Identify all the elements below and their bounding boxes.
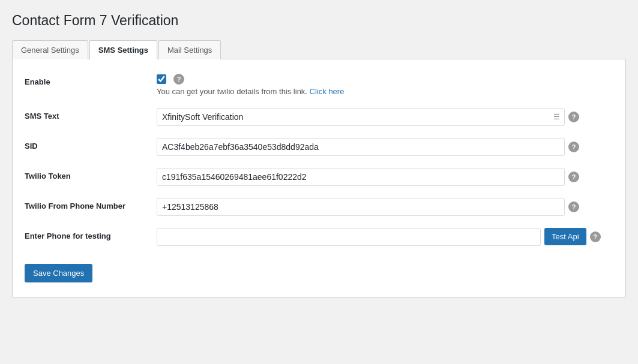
settings-panel: Enable ? You can get your twilio details… xyxy=(12,59,626,297)
enable-checkbox-row: ? xyxy=(157,74,184,85)
sms-text-input-wrapper: ☰ xyxy=(157,108,565,126)
twilio-token-control: ? xyxy=(157,168,613,186)
enable-control: ? You can get your twilio details from t… xyxy=(157,74,613,96)
sms-text-row: SMS Text ☰ ? xyxy=(25,108,613,126)
twilio-phone-label: Twilio From Phone Number xyxy=(25,198,157,210)
enable-help-icon[interactable]: ? xyxy=(173,74,184,85)
tab-mail[interactable]: Mail Settings xyxy=(158,40,221,59)
test-phone-help-icon[interactable]: ? xyxy=(590,231,601,242)
twilio-phone-control: ? xyxy=(157,198,613,216)
test-phone-input-row: Test Api ? xyxy=(157,228,613,246)
test-phone-label: Enter Phone for testing xyxy=(25,228,157,240)
sms-text-input[interactable] xyxy=(157,108,565,126)
page-title: Contact Form 7 Verification xyxy=(12,12,626,30)
sms-text-control: ☰ ? xyxy=(157,108,613,126)
twilio-token-help-icon[interactable]: ? xyxy=(568,172,579,182)
twilio-token-input[interactable] xyxy=(157,168,565,186)
sid-control: ? xyxy=(157,138,613,156)
enable-checkbox[interactable] xyxy=(157,74,166,84)
tab-sms[interactable]: SMS Settings xyxy=(89,40,157,59)
twilio-token-row: Twilio Token ? xyxy=(25,168,613,186)
test-phone-control: Test Api ? xyxy=(157,228,613,246)
sid-row: SID ? xyxy=(25,138,613,156)
sid-input[interactable] xyxy=(157,138,565,156)
test-phone-row: Enter Phone for testing Test Api ? xyxy=(25,228,613,246)
sms-text-label: SMS Text xyxy=(25,108,157,121)
sms-text-help-icon[interactable]: ? xyxy=(568,112,579,122)
enable-info: You can get your twilio details from thi… xyxy=(157,87,344,96)
sid-help-icon[interactable]: ? xyxy=(568,142,579,152)
sid-label: SID xyxy=(25,138,157,151)
sid-input-row: ? xyxy=(157,138,613,156)
input-calendar-icon: ☰ xyxy=(553,113,560,121)
test-phone-input[interactable] xyxy=(157,228,541,246)
twilio-phone-help-icon[interactable]: ? xyxy=(568,201,579,212)
twilio-phone-input-row: ? xyxy=(157,198,613,216)
sms-text-input-row: ☰ ? xyxy=(157,108,613,126)
twilio-phone-row: Twilio From Phone Number ? xyxy=(25,198,613,216)
click-here-link[interactable]: Click here xyxy=(310,87,345,96)
test-api-button[interactable]: Test Api xyxy=(544,228,586,245)
tab-general[interactable]: General Settings xyxy=(12,40,88,59)
tabs-container: General Settings SMS Settings Mail Setti… xyxy=(12,40,626,59)
twilio-token-input-row: ? xyxy=(157,168,613,186)
save-changes-row: Save Changes xyxy=(25,258,613,282)
save-changes-button[interactable]: Save Changes xyxy=(25,264,92,282)
twilio-token-label: Twilio Token xyxy=(25,168,157,181)
enable-label: Enable xyxy=(25,74,157,86)
enable-row: Enable ? You can get your twilio details… xyxy=(25,74,613,96)
twilio-phone-input[interactable] xyxy=(157,198,565,216)
